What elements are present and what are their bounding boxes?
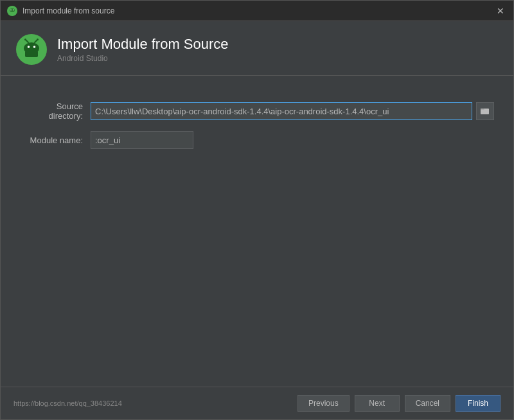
module-name-input[interactable] [91,131,193,149]
source-directory-row: Source directory: [20,101,494,121]
previous-button[interactable]: Previous [297,395,350,412]
browse-button[interactable] [476,102,494,120]
title-bar-text: Import module from source [22,6,494,15]
cancel-button[interactable]: Cancel [405,395,450,412]
source-directory-input-wrapper [91,102,494,120]
dialog-footer: https://blog.csdn.net/qq_38436214 Previo… [1,387,513,419]
title-bar-icon [7,6,17,16]
finish-button[interactable]: Finish [456,395,501,412]
module-name-label: Module name: [20,136,91,145]
svg-point-1 [10,8,15,12]
folder-icon [481,107,490,116]
footer-url: https://blog.csdn.net/qq_38436214 [13,399,122,407]
next-button[interactable]: Next [355,395,400,412]
title-bar: Import module from source ✕ [1,1,513,21]
footer-buttons: Previous Next Cancel Finish [297,395,501,412]
dialog-subtitle: Android Studio [57,54,229,63]
module-name-input-wrapper [91,131,494,149]
close-button[interactable]: ✕ [494,4,507,17]
svg-rect-12 [25,51,38,57]
dialog-window: Import module from source ✕ Import Modul… [0,0,514,420]
dialog-content: Source directory: Module name: [1,76,513,387]
android-studio-logo [16,34,47,65]
dialog-title: Import Module from Source [57,36,229,53]
svg-point-6 [28,46,30,48]
dialog-header: Import Module from Source Android Studio [1,21,513,76]
svg-point-11 [37,39,39,40]
svg-point-3 [13,9,14,10]
svg-point-2 [10,9,12,10]
source-directory-label: Source directory: [20,101,91,121]
svg-point-10 [24,39,26,40]
svg-point-7 [33,46,36,48]
module-name-row: Module name: [20,131,494,149]
header-text: Import Module from Source Android Studio [57,36,229,63]
source-directory-input[interactable] [91,102,472,120]
